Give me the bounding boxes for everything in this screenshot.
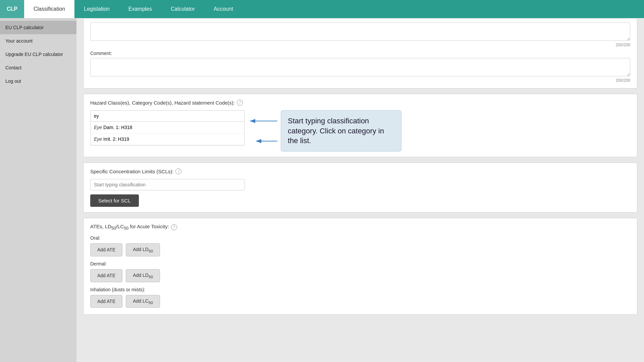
oral-add-ld50-button[interactable]: Add LD50 <box>126 243 160 256</box>
nav-calculator[interactable]: Calculator <box>161 0 204 18</box>
dermal-add-ate-button[interactable]: Add ATE <box>90 269 122 282</box>
dropdown-item-eye-irrit[interactable]: Eye Irrit. 2: H319 <box>91 133 244 145</box>
dermal-label: Dermal: <box>90 261 630 266</box>
scl-title-text: Specific Concentration Limits (SCLs): <box>90 169 173 174</box>
hazard-section-title: Hazard Class(es), Category Code(s), Haza… <box>90 100 630 106</box>
ate-title-text: ATEs, LD50/LC50 for Acute Toxicity: <box>90 224 169 231</box>
select-for-scl-button[interactable]: Select for SCL <box>90 194 139 207</box>
comment-char-count: 200/200 <box>90 78 630 83</box>
sidebar-item-eu-clp-calculator[interactable]: EU CLP calculator <box>0 21 76 34</box>
nav-clp[interactable]: CLP <box>0 0 24 18</box>
dropdown-item-eye-dam[interactable]: Eye Dam. 1: H318 <box>91 122 244 133</box>
nav-account[interactable]: Account <box>204 0 243 18</box>
inhalation-label: Inhalation (dusts or mists): <box>90 287 630 292</box>
dermal-buttons-group: Add ATE Add LD50 <box>90 269 630 282</box>
dropdown-item-eye-irrit-highlight: Eye <box>94 136 102 142</box>
scl-help-icon[interactable]: ? <box>175 168 181 174</box>
oral-add-ate-button[interactable]: Add ATE <box>90 243 122 256</box>
hazard-section-card: Hazard Class(es), Category Code(s), Haza… <box>83 94 637 157</box>
top-textarea[interactable] <box>90 22 630 41</box>
inhalation-buttons-group: Add ATE Add LC50 <box>90 295 630 308</box>
scl-section-title: Specific Concentration Limits (SCLs): ? <box>90 168 630 174</box>
oral-label: Oral: <box>90 235 630 241</box>
scl-classification-input[interactable] <box>90 179 245 190</box>
sidebar-item-upgrade[interactable]: Upgrade EU CLP calculator <box>0 48 76 61</box>
top-navigation: CLP Classification Legislation Examples … <box>0 0 644 18</box>
ate-help-icon[interactable]: ? <box>171 224 177 230</box>
comment-section-card: 200/200 Comment: 200/200 <box>83 18 637 88</box>
hazard-input-wrapper: Eye Dam. 1: H318 Eye Irrit. 2: H319 <box>90 110 245 122</box>
hazard-classification-input[interactable] <box>90 110 245 122</box>
nav-legislation[interactable]: Legislation <box>74 0 119 18</box>
hazard-title-text: Hazard Class(es), Category Code(s), Haza… <box>90 100 235 106</box>
main-content: 200/200 Comment: 200/200 Hazard Class(es… <box>76 18 644 362</box>
ate-section-card: ATEs, LD50/LC50 for Acute Toxicity: ? Or… <box>83 218 637 315</box>
arrow-to-dropdown-icon <box>253 138 277 144</box>
hazard-help-icon[interactable]: ? <box>237 100 243 106</box>
arrow-to-input-icon <box>247 118 277 124</box>
hazard-dropdown: Eye Dam. 1: H318 Eye Irrit. 2: H319 <box>90 122 245 145</box>
dropdown-item-eye-dam-highlight: Eye <box>94 125 102 130</box>
top-char-count: 200/200 <box>90 43 630 47</box>
nav-examples[interactable]: Examples <box>119 0 161 18</box>
nav-classification[interactable]: Classification <box>24 0 74 18</box>
sidebar-item-log-out[interactable]: Log out <box>0 74 76 88</box>
oral-buttons-group: Add ATE Add LD50 <box>90 243 630 256</box>
classification-tooltip-text: Start typing classification category. Cl… <box>288 117 384 145</box>
inhalation-add-lc50-button[interactable]: Add LC50 <box>126 295 160 308</box>
inhalation-add-ate-button[interactable]: Add ATE <box>90 295 122 308</box>
ate-section-title: ATEs, LD50/LC50 for Acute Toxicity: ? <box>90 224 630 231</box>
dropdown-item-eye-irrit-text: Irrit. 2: H319 <box>103 136 129 142</box>
dermal-add-ld50-button[interactable]: Add LD50 <box>126 269 160 282</box>
sidebar-item-your-account[interactable]: Your account <box>0 34 76 48</box>
comment-textarea[interactable] <box>90 58 630 76</box>
sidebar: EU CLP calculator Your account Upgrade E… <box>0 18 76 362</box>
dropdown-item-eye-dam-text: Dam. 1: H318 <box>103 125 132 130</box>
comment-label: Comment: <box>90 51 630 56</box>
classification-tooltip: Start typing classification category. Cl… <box>281 110 401 152</box>
scl-section-card: Specific Concentration Limits (SCLs): ? … <box>83 163 637 213</box>
sidebar-item-contact[interactable]: Contact <box>0 61 76 74</box>
